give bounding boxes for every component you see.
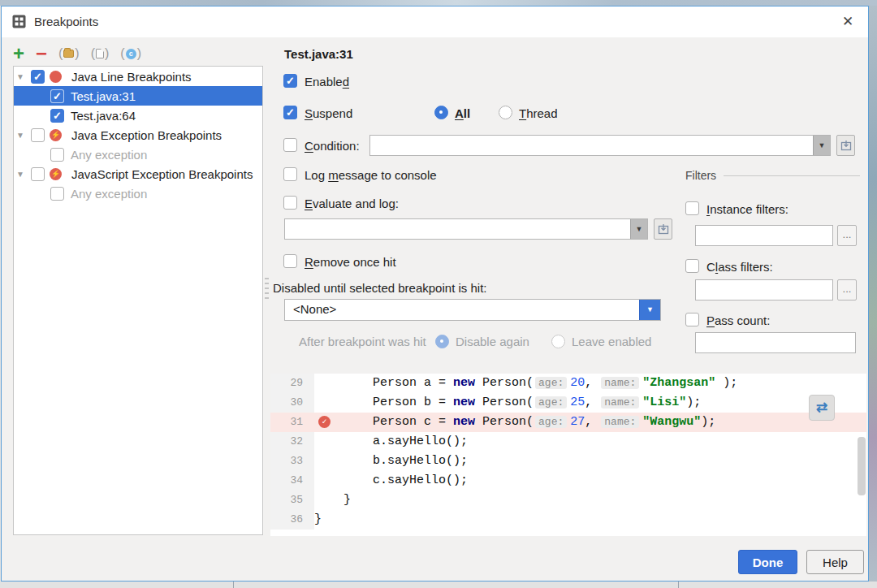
- tree-item-javascript-exception-breakpoints[interactable]: ▼JavaScript Exception Breakpoints: [14, 164, 262, 184]
- pass-count-checkbox[interactable]: [685, 313, 699, 326]
- paren: (: [58, 46, 63, 61]
- line-number[interactable]: 33: [270, 452, 314, 471]
- ide-background-top: [0, 0, 877, 6]
- log-message-label: Log message to console: [305, 168, 437, 182]
- line-breakpoint-icon: [50, 71, 62, 83]
- tree-item-label: Any exception: [71, 187, 147, 201]
- chevron-down-icon[interactable]: [639, 300, 660, 320]
- group-by-package-toggle[interactable]: ( ): [58, 46, 80, 61]
- tree-item-java-line-breakpoints[interactable]: ▼Java Line Breakpoints: [14, 67, 262, 86]
- scrollbar-thumb[interactable]: [858, 437, 866, 495]
- tree-item-checkbox[interactable]: [50, 89, 64, 103]
- code-line-33: 33 b.sayHello();: [270, 452, 866, 471]
- suspend-thread-radio[interactable]: [499, 106, 512, 119]
- code-text: Person b = new Person(age:25, name:"Lisi…: [314, 393, 866, 413]
- tree-item-checkbox[interactable]: [31, 128, 45, 142]
- instance-filters-label: Instance filters:: [706, 202, 788, 216]
- line-number[interactable]: 35: [270, 491, 314, 510]
- filters-rule: [724, 175, 860, 176]
- expander-icon[interactable]: ▼: [14, 170, 27, 179]
- expand-editor-icon: [840, 140, 852, 151]
- line-number[interactable]: 31✓: [270, 413, 314, 432]
- suspend-checkbox[interactable]: [283, 106, 297, 119]
- group-by-file-toggle[interactable]: ( ): [91, 46, 110, 61]
- screen: Breakpoints ✕ + − ( ) ( ) ( c ) ▼Ja: [0, 0, 877, 588]
- splitter-handle[interactable]: [265, 278, 269, 299]
- tree-item-any-exception[interactable]: Any exception: [14, 184, 262, 203]
- evaluate-input[interactable]: [284, 218, 648, 240]
- tree-item-checkbox[interactable]: [50, 187, 64, 201]
- tree-item-test-java-64[interactable]: Test.java:64: [14, 106, 262, 125]
- help-button[interactable]: Help: [806, 550, 864, 574]
- disabled-until-value: <None>: [293, 302, 336, 316]
- instance-filters-checkbox[interactable]: [685, 201, 699, 215]
- code-line-31: 31✓ Person c = new Person(age:27, name:"…: [270, 413, 866, 432]
- close-icon[interactable]: ✕: [839, 13, 857, 31]
- code-lines: 29 Person a = new Person(age:20, name:"Z…: [270, 374, 866, 530]
- remove-once-hit-checkbox[interactable]: [283, 254, 297, 268]
- pass-count-input[interactable]: [695, 332, 856, 353]
- line-number[interactable]: 34: [270, 471, 314, 491]
- line-number[interactable]: 36: [270, 510, 314, 530]
- condition-checkbox[interactable]: [283, 138, 297, 152]
- condition-expand-button[interactable]: [836, 135, 855, 156]
- class-filters-input[interactable]: [695, 279, 833, 300]
- disable-again-label: Disable again: [456, 335, 529, 348]
- verified-breakpoint-icon[interactable]: ✓: [318, 416, 330, 428]
- class-filters-checkbox[interactable]: [685, 259, 699, 273]
- tree-item-checkbox[interactable]: [50, 148, 64, 162]
- tree-item-label: Test.java:31: [71, 89, 136, 103]
- leave-enabled-radio[interactable]: [551, 335, 565, 348]
- group-by-class-toggle[interactable]: ( c ): [120, 46, 141, 61]
- line-number[interactable]: 32: [270, 432, 314, 452]
- paren: ): [105, 46, 109, 61]
- code-line-34: 34 c.sayHello();: [270, 471, 866, 491]
- code-text: c.sayHello();: [314, 471, 866, 491]
- breakpoints-dialog-icon: [12, 15, 26, 28]
- add-breakpoint-button[interactable]: +: [13, 45, 24, 63]
- tree-item-checkbox[interactable]: [31, 70, 45, 84]
- folder-icon: [63, 50, 74, 58]
- expand-editor-icon: [658, 223, 669, 235]
- expander-icon[interactable]: ▼: [14, 72, 27, 81]
- paren: ): [137, 46, 141, 61]
- evaluate-checkbox[interactable]: [283, 196, 297, 210]
- navigate-icon: ⇄: [816, 400, 827, 415]
- tree-item-any-exception[interactable]: Any exception: [14, 145, 262, 164]
- expander-icon[interactable]: ▼: [14, 131, 27, 140]
- evaluate-expand-button[interactable]: [654, 218, 672, 240]
- chevron-down-icon[interactable]: [813, 136, 830, 155]
- line-number[interactable]: 30: [270, 393, 314, 413]
- navigate-to-source-button[interactable]: ⇄: [809, 395, 835, 421]
- tree-item-checkbox[interactable]: [50, 109, 64, 123]
- tree-item-checkbox[interactable]: [31, 167, 45, 181]
- done-button[interactable]: Done: [738, 550, 797, 574]
- paren: (: [120, 46, 124, 61]
- enabled-checkbox[interactable]: [283, 74, 297, 88]
- tree-item-label: Java Exception Breakpoints: [71, 128, 222, 142]
- paren: (: [91, 46, 95, 61]
- tree-item-java-exception-breakpoints[interactable]: ▼Java Exception Breakpoints: [14, 125, 262, 145]
- log-message-checkbox[interactable]: [283, 167, 297, 181]
- code-scrollbar[interactable]: [857, 374, 866, 536]
- chevron-down-icon[interactable]: [630, 219, 647, 239]
- tree-item-test-java-31[interactable]: Test.java:31: [14, 86, 262, 106]
- evaluate-label: Evaluate and log:: [305, 197, 399, 210]
- suspend-thread-label: Thread: [519, 106, 558, 120]
- code-line-35: 35 }: [270, 491, 866, 510]
- line-number[interactable]: 29: [270, 374, 314, 393]
- class-filters-more-button[interactable]: ...: [837, 279, 857, 300]
- disabled-until-select[interactable]: <None>: [284, 299, 661, 321]
- suspend-label: Suspend: [305, 106, 352, 120]
- breakpoint-title: Test.java:31: [284, 47, 353, 61]
- condition-input[interactable]: [369, 135, 831, 156]
- remove-breakpoint-button[interactable]: −: [36, 45, 47, 62]
- instance-filters-more-button[interactable]: ...: [837, 225, 857, 246]
- code-text: Person a = new Person(age:20, name:"Zhan…: [314, 374, 866, 393]
- suspend-all-radio[interactable]: [434, 106, 448, 119]
- code-preview[interactable]: 29 Person a = new Person(age:20, name:"Z…: [270, 374, 866, 536]
- exception-breakpoint-icon: [50, 168, 62, 180]
- instance-filters-input[interactable]: [695, 225, 833, 246]
- code-text: b.sayHello();: [314, 452, 866, 471]
- disable-again-radio[interactable]: [435, 335, 449, 348]
